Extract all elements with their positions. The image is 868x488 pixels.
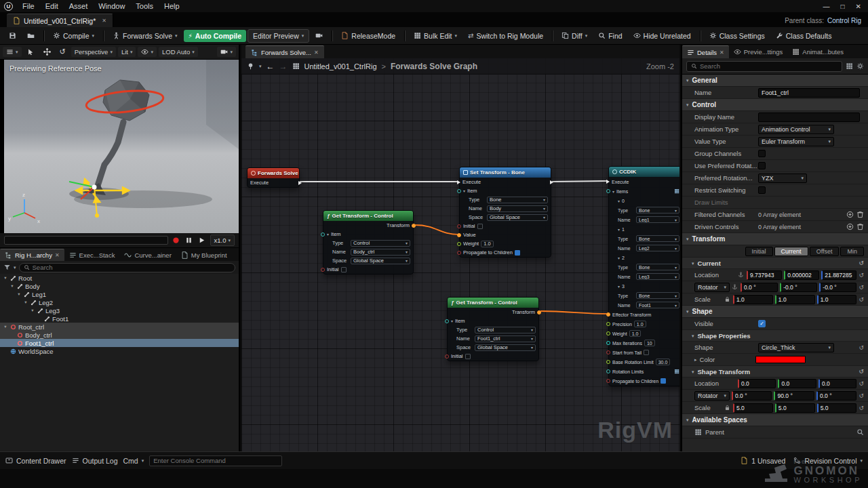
menu-tools[interactable]: Tools — [130, 0, 159, 12]
pin-row-name[interactable]: NameLeg2▾ — [609, 243, 679, 253]
view-mode-dropdown[interactable]: Lit ▾ — [118, 47, 136, 57]
node-ccdik[interactable]: CCDIK Execute ▾ Items ▾0 TypeBone▾ NameL… — [608, 166, 679, 386]
tab-forwards-solve-graph[interactable]: Forwards Solve... ✕ — [245, 45, 324, 58]
display-name-input[interactable] — [758, 113, 860, 122]
subsection-current[interactable]: ▾ Current ↺ — [682, 258, 868, 269]
shape-scale-z-input[interactable]: 5.0 — [817, 403, 857, 413]
anchor-icon[interactable] — [738, 272, 744, 278]
tree-item-leg2[interactable]: ▾Leg2 — [0, 298, 239, 306]
initial-checkbox[interactable] — [465, 354, 471, 359]
maximize-button[interactable]: □ — [841, 3, 845, 10]
rotator-mode-dropdown[interactable]: Rotator▾ — [694, 283, 730, 292]
play-button[interactable] — [197, 236, 207, 245]
tab-details[interactable]: Details ✕ — [682, 45, 729, 58]
group-channels-checkbox[interactable] — [758, 150, 766, 157]
pin-row-type[interactable]: TypeBone▾ — [609, 234, 679, 243]
initial-checkbox[interactable] — [477, 224, 483, 229]
pin-row-element-0[interactable]: ▾0 — [609, 196, 679, 205]
viewport-options-button[interactable]: ▾ — [3, 47, 22, 57]
exec-in-pin[interactable] — [606, 180, 610, 184]
parent-class-value[interactable]: Control Rig — [827, 17, 861, 24]
add-element-icon[interactable] — [846, 211, 854, 218]
chevron-down-icon[interactable]: ▾ — [463, 188, 465, 193]
item-pin[interactable] — [445, 319, 449, 323]
tree-item-body[interactable]: ▾Body — [0, 282, 239, 290]
type-dropdown[interactable]: Bone▾ — [636, 292, 679, 299]
subsection-shape-properties[interactable]: ▾ Shape Properties — [682, 330, 868, 342]
auto-compile-button[interactable]: ⚡ Auto Compile — [184, 30, 247, 42]
delete-icon[interactable] — [856, 211, 864, 218]
breadcrumb-current[interactable]: Forwards Solve Graph — [391, 62, 477, 71]
delete-icon[interactable] — [856, 223, 864, 230]
diff-button[interactable]: Diff ▾ — [557, 30, 592, 42]
pin-row-propagate[interactable]: Propagate to Children — [460, 248, 551, 257]
minimize-button[interactable]: — — [823, 3, 830, 10]
shape-location-z-input[interactable]: 0.0 — [818, 379, 856, 388]
pin-row-items[interactable]: ▾ Items — [609, 186, 679, 196]
chevron-down-icon[interactable]: ▾ — [14, 265, 16, 270]
viewport-3d[interactable]: Previewing Reference Pose — [0, 60, 239, 233]
tree-item-foot1-ctrl[interactable]: Foot1_ctrl — [0, 339, 239, 347]
hierarchy-search-input[interactable] — [33, 264, 231, 271]
reset-icon[interactable]: ↺ — [859, 392, 864, 399]
transform-pin[interactable] — [537, 310, 541, 314]
exec-out-pin[interactable] — [298, 181, 302, 185]
max-iterations-input[interactable]: 10 — [644, 340, 655, 346]
node-get-transform-foot[interactable]: ƒ Get Transform - Control Transform ▾ It… — [447, 297, 539, 361]
pause-button[interactable] — [184, 236, 194, 245]
show-flags-dropdown[interactable]: ▾ — [138, 47, 157, 57]
scale-z-input[interactable]: 1.0 — [817, 295, 857, 304]
pin-row-execute[interactable]: Execute — [609, 177, 679, 186]
bool-pin[interactable] — [457, 224, 461, 228]
propagate-checkbox[interactable] — [660, 378, 666, 384]
type-dropdown[interactable]: Bone▾ — [636, 207, 679, 214]
reset-icon[interactable]: ↺ — [859, 368, 864, 375]
pin-row-space[interactable]: Space Global Space▾ — [323, 256, 413, 265]
record-button[interactable] — [172, 236, 181, 245]
name-dropdown[interactable]: Body▾ — [487, 205, 548, 212]
pin-row-type[interactable]: Type Bone▾ — [460, 195, 551, 204]
exec-in-pin[interactable] — [457, 180, 460, 184]
start-from-tail-checkbox[interactable] — [644, 350, 649, 355]
pin-row-propagate[interactable]: Propagate to Children — [609, 376, 679, 386]
pin-row-name[interactable]: Name Body▾ — [460, 204, 551, 213]
int-pin[interactable] — [606, 341, 610, 345]
restrict-switching-checkbox[interactable] — [758, 186, 766, 194]
transform-tab-min[interactable]: Min — [840, 247, 864, 256]
section-available-spaces[interactable]: ▾ Available Spaces — [682, 414, 868, 426]
release-mode-button[interactable]: ReleaseMode — [336, 30, 400, 42]
cmd-dropdown[interactable]: Cmd ▾ — [123, 457, 144, 465]
viewport-3d-scene[interactable]: z y x — [4, 60, 239, 233]
compile-button[interactable]: Compile ▾ — [48, 30, 99, 42]
move-tool-button[interactable] — [40, 47, 54, 57]
propagate-checkbox[interactable] — [515, 250, 520, 256]
bool-pin[interactable] — [445, 354, 449, 359]
subsection-shape-transform[interactable]: ▾ Shape Transform ↺ — [682, 366, 868, 378]
shape-location-x-input[interactable]: 0.0 — [738, 379, 776, 388]
node-forwards-solve[interactable]: Forwards Solve Execute — [247, 167, 300, 188]
transform-pin[interactable] — [606, 312, 610, 317]
reset-icon[interactable]: ↺ — [859, 296, 864, 303]
node-header[interactable]: Forwards Solve — [248, 168, 299, 178]
item-pin[interactable] — [457, 189, 461, 193]
lock-icon[interactable] — [724, 405, 730, 411]
items-array-pin[interactable] — [606, 189, 610, 193]
rotator-mode-dropdown[interactable]: Rotator▾ — [694, 391, 730, 401]
weight-input[interactable]: 1.0 — [629, 330, 642, 337]
timeline-scrubber[interactable] — [4, 236, 168, 245]
pin-row-execute[interactable]: Execute — [460, 178, 551, 186]
save-button[interactable] — [4, 30, 21, 41]
pin-row-name[interactable]: NameLeg3▾ — [609, 272, 679, 281]
pin-row-element-1[interactable]: ▾1 — [609, 224, 679, 234]
pin-row-item[interactable]: ▾ Item — [448, 317, 538, 325]
close-icon[interactable]: ✕ — [102, 18, 106, 24]
item-pin[interactable] — [321, 232, 325, 237]
content-drawer-button[interactable]: Content Drawer — [5, 457, 66, 465]
tab-my-blueprint[interactable]: My Blueprint — [176, 249, 232, 261]
type-dropdown[interactable]: Bone▾ — [636, 235, 679, 242]
menu-help[interactable]: Help — [159, 0, 185, 12]
pin-row-name[interactable]: Name Foot1_ctrl▾ — [448, 334, 538, 343]
bulk-edit-button[interactable]: Bulk Edit ▾ — [409, 30, 462, 42]
section-transform[interactable]: ▾ Transform — [682, 233, 868, 245]
pin-row-type[interactable]: TypeBone▾ — [609, 262, 679, 272]
